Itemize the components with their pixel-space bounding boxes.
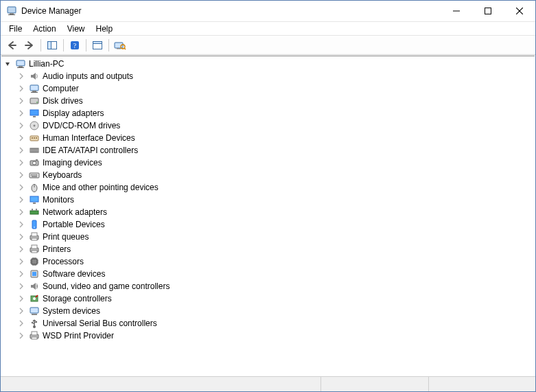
tree-category-node[interactable]: Imaging devices [18,157,532,169]
tree-category-node[interactable]: Universal Serial Bus controllers [18,317,532,330]
tree-category-node[interactable]: Portable Devices [18,218,532,231]
ide-icon [29,145,40,156]
svg-rect-80 [30,308,38,313]
expander-icon[interactable] [18,221,27,228]
tree-category-node[interactable]: Software devices [18,268,532,280]
expander-icon[interactable] [18,159,27,166]
expander-icon[interactable] [18,135,27,141]
expander-icon[interactable] [18,209,27,216]
portable-icon [29,219,40,230]
expander-icon[interactable] [18,147,27,154]
toolbar-separator [86,39,86,51]
expander-icon[interactable] [18,270,27,277]
svg-rect-54 [36,209,37,211]
tree-category-node[interactable]: WSD Print Provider [18,330,532,342]
tree-category-node[interactable]: Monitors [18,194,532,206]
software-icon [29,268,40,279]
tree-category-node[interactable]: Keyboards [18,169,532,181]
tree-category-node[interactable]: Audio inputs and outputs [18,70,532,82]
svg-point-56 [34,227,35,228]
tree-category-node[interactable]: Display adapters [18,107,532,119]
expander-icon[interactable] [18,110,27,117]
menu-action[interactable]: Action [27,23,61,34]
printer-icon [29,244,40,255]
forward-button[interactable] [21,38,38,53]
svg-point-40 [33,161,36,165]
tree-category-node[interactable]: Computer [18,82,532,95]
svg-line-16 [124,48,126,49]
expander-icon[interactable] [18,308,27,314]
svg-rect-46 [36,174,38,176]
tree-category-node[interactable]: Sound, video and game controllers [18,280,532,292]
tree-category-node[interactable]: IDE ATA/ATAPI controllers [18,144,532,157]
tree-category-node[interactable]: Printers [18,243,532,255]
tree-category-label: Portable Devices [43,220,105,229]
svg-rect-45 [34,174,36,176]
expander-icon[interactable] [18,295,27,302]
svg-rect-77 [32,272,36,276]
expander-icon[interactable] [18,172,27,178]
expander-icon[interactable] [18,246,27,253]
audio-icon [29,71,40,82]
menu-view[interactable]: View [62,23,91,34]
status-cell [321,377,428,391]
usb-icon [29,318,40,329]
storage-icon [29,293,40,304]
expander-icon[interactable] [18,73,27,80]
svg-rect-19 [17,67,24,68]
tree-category-node[interactable]: Processors [18,255,532,268]
expander-icon[interactable] [18,184,27,191]
tree-category-node[interactable]: DVD/CD-ROM drives [18,119,532,132]
tree-category-node[interactable]: Storage controllers [18,292,532,305]
scan-hardware-button[interactable] [112,38,128,53]
tree-category-node[interactable]: Human Interface Devices [18,132,532,144]
tree-category-label: Imaging devices [43,158,102,168]
imaging-icon [29,157,40,168]
toolbar-separator [63,39,64,51]
svg-rect-31 [34,137,35,139]
close-button[interactable] [504,1,535,21]
tree-category-label: Audio inputs and outputs [43,71,133,81]
svg-rect-53 [32,209,33,211]
help-button[interactable]: ? [67,38,83,53]
keyboard-icon [29,170,40,181]
expander-icon[interactable] [18,332,27,339]
expander-icon[interactable] [18,258,27,265]
tree-category-label: DVD/CD-ROM drives [43,121,120,130]
optical-icon [29,120,40,131]
svg-rect-43 [31,174,32,176]
tree-category-node[interactable]: Network adapters [18,206,532,218]
minimize-button[interactable] [441,1,472,21]
tree-category-label: WSD Print Provider [43,331,114,341]
tree-category-node[interactable]: Mice and other pointing devices [18,181,532,194]
menu-help[interactable]: Help [91,23,119,34]
expander-icon[interactable] [18,85,27,92]
tree-root-node[interactable]: Lillian-PC [4,58,532,70]
sound-icon [29,281,40,292]
expander-icon[interactable] [18,233,27,240]
expander-icon[interactable] [18,320,27,327]
expander-icon[interactable] [18,196,27,203]
svg-rect-58 [32,233,37,236]
back-button[interactable] [3,38,20,53]
expander-icon[interactable] [18,122,27,129]
toolbar: ? [1,36,535,55]
maximize-button[interactable] [472,1,504,21]
tree-category-node[interactable]: Disk drives [18,95,532,107]
svg-rect-21 [32,91,36,92]
action-button[interactable] [89,38,106,53]
svg-rect-22 [31,92,38,93]
tree-category-node[interactable]: System devices [18,305,532,317]
svg-rect-52 [30,211,38,214]
expander-icon[interactable] [4,60,14,67]
monitor-icon [29,194,40,205]
tree-category-label: Monitors [43,195,74,205]
show-hide-tree-button[interactable] [44,38,60,53]
expander-icon[interactable] [18,283,27,290]
expander-icon[interactable] [18,97,27,104]
tree-category-node[interactable]: Print queues [18,231,532,243]
svg-rect-88 [32,337,37,339]
svg-rect-51 [33,203,36,204]
menu-file[interactable]: File [3,23,27,34]
device-tree-panel[interactable]: Lillian-PCAudio inputs and outputsComput… [1,56,535,376]
